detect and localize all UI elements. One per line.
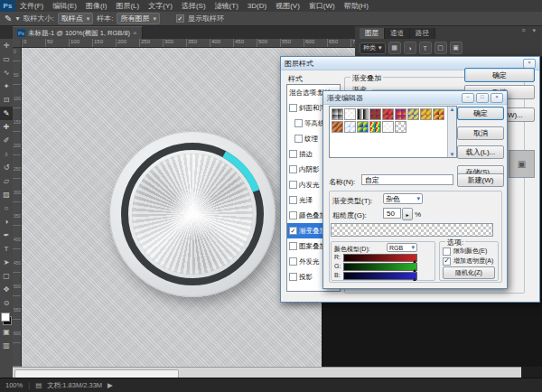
gradient-preset-fg-to-transparent[interactable] — [332, 108, 343, 120]
tool-quick-select-tool[interactable]: ✦ — [0, 79, 13, 93]
load-button[interactable]: 载入(L)... — [457, 145, 504, 159]
smart-object-filter-icon[interactable]: ▣ — [450, 42, 463, 54]
minimize-button[interactable]: – — [462, 93, 474, 103]
tool-crop-tool[interactable]: ⊡ — [0, 93, 13, 107]
gradient-preset-blue-yellow-blue[interactable] — [407, 108, 419, 120]
scroll-up-icon[interactable]: ▲ — [450, 107, 455, 112]
new-gradient-button[interactable]: 新建(W) — [457, 173, 504, 187]
ok-button[interactable]: 确定 — [457, 107, 504, 120]
gradient-preset-green-gold-red-violet[interactable] — [433, 108, 444, 120]
sample-size-dropdown[interactable]: 取样点 ▾ — [58, 13, 94, 24]
menu-item[interactable]: 滤镜(T) — [210, 2, 243, 10]
style-checkbox[interactable] — [289, 196, 297, 204]
close-button[interactable]: × — [523, 59, 536, 69]
screen-mode-button[interactable]: ▥ — [0, 339, 13, 352]
tool-clone-stamp-tool[interactable]: ♁ — [0, 147, 13, 161]
quick-mask-button[interactable]: ▣ — [0, 325, 13, 339]
gradient-preset-red-dark[interactable] — [382, 108, 394, 120]
filter-kind-dropdown[interactable]: 种类 ▾ — [360, 42, 386, 54]
gradient-type-dropdown[interactable]: 杂色 ▾ — [383, 193, 423, 204]
menu-item[interactable]: 图层(L) — [111, 2, 144, 10]
gradient-preset-rainbow-stripes[interactable] — [369, 121, 381, 133]
tool-path-select-tool[interactable]: ➤ — [0, 256, 13, 269]
show-ring-checkbox[interactable]: ✓ — [176, 14, 184, 23]
tool-eraser-tool[interactable]: ▱ — [0, 174, 13, 188]
gradient-preset-blue-red-yellow[interactable] — [395, 108, 406, 120]
document-tab[interactable]: Ps 未标题-1 @ 100%(椭圆 1, RGB/8) × — [13, 26, 143, 39]
gradient-preset-white-to-transparent[interactable] — [382, 121, 394, 133]
menu-item[interactable]: 图像(I) — [81, 2, 112, 10]
style-checkbox[interactable] — [289, 273, 297, 281]
gradient-preset-pastel-blue[interactable] — [344, 121, 356, 133]
style-checkbox[interactable] — [289, 181, 297, 189]
add-transparency-checkbox[interactable]: ✓ — [443, 257, 451, 266]
tool-move-tool[interactable]: ✛ — [0, 39, 13, 52]
cancel-button[interactable]: 取消 — [457, 126, 504, 140]
menu-item[interactable]: 帮助(H) — [340, 2, 373, 10]
style-checkbox[interactable] — [289, 165, 297, 173]
status-arrow-icon[interactable]: ▶ — [107, 381, 113, 389]
tool-gradient-tool[interactable]: ▨ — [0, 188, 13, 201]
tool-lasso-tool[interactable]: ∿ — [0, 66, 13, 79]
tool-type-tool[interactable]: T — [0, 242, 13, 256]
shape-filter-icon[interactable]: ▢ — [435, 42, 447, 54]
type-filter-icon[interactable]: T — [419, 42, 432, 54]
style-checkbox[interactable] — [289, 257, 297, 266]
style-checkbox[interactable] — [294, 119, 303, 127]
restrict-colors-checkbox[interactable] — [443, 247, 451, 256]
horizontal-scrollbar[interactable] — [13, 367, 521, 378]
name-input[interactable]: 自定 — [361, 174, 453, 185]
tool-history-brush-tool[interactable]: ↺ — [0, 161, 13, 174]
tool-hand-tool[interactable]: ✥ — [0, 283, 13, 296]
color-model-dropdown[interactable]: RGB ▾ — [387, 243, 417, 252]
roughness-input[interactable]: 50 — [383, 208, 401, 219]
menu-item[interactable]: 文字(Y) — [144, 2, 177, 10]
roughness-stepper[interactable]: ▸ — [402, 208, 413, 220]
panel-tab-路径[interactable]: 路径 — [410, 28, 435, 39]
foreground-background-swatches[interactable] — [1, 313, 12, 325]
style-checkbox[interactable] — [289, 242, 297, 250]
maximize-button[interactable]: □ — [476, 93, 489, 103]
tool-brush-tool[interactable]: ✐ — [0, 134, 13, 147]
style-checkbox[interactable]: ✓ — [289, 227, 297, 235]
close-tab-icon[interactable]: × — [133, 29, 137, 37]
tool-pen-tool[interactable]: ✒ — [0, 229, 13, 242]
gradient-preset-black-to-white[interactable] — [357, 108, 369, 120]
menu-item[interactable]: 3D(D) — [243, 2, 271, 10]
menu-item[interactable]: 窗口(W) — [304, 2, 340, 10]
menu-item[interactable]: 选择(S) — [177, 2, 210, 10]
scroll-down-icon[interactable]: ▼ — [450, 152, 455, 157]
tool-dodge-tool[interactable]: ◑ — [0, 215, 13, 229]
channel-gradient-bar[interactable] — [343, 272, 417, 280]
gradient-preset-transparent-to-white[interactable] — [344, 108, 356, 120]
gradient-preset-violet-red-green[interactable] — [369, 108, 381, 120]
menu-item[interactable]: 编辑(E) — [48, 2, 81, 10]
gradient-preset-transparent[interactable] — [395, 121, 406, 133]
tool-marquee-tool[interactable]: ▭ — [0, 52, 13, 66]
gradient-preset-gold[interactable] — [420, 108, 432, 120]
ok-button[interactable]: 确定 — [464, 68, 535, 82]
tool-zoom-tool[interactable]: ⊙ — [0, 296, 13, 310]
tool-blur-tool[interactable]: ○ — [0, 201, 13, 215]
randomize-button[interactable]: 随机化(Z) — [443, 266, 495, 279]
gradient-preset-copper[interactable] — [332, 121, 343, 133]
panel-tab-通道[interactable]: 通道 — [385, 28, 410, 39]
pixel-filter-icon[interactable]: ▦ — [388, 42, 401, 54]
tool-healing-brush-tool[interactable]: ✚ — [0, 120, 13, 134]
menu-item[interactable]: 视图(V) — [271, 2, 304, 10]
gradient-preset-spectrum[interactable] — [357, 121, 369, 133]
style-checkbox[interactable] — [289, 150, 297, 158]
style-checkbox[interactable] — [289, 211, 297, 219]
style-checkbox[interactable] — [289, 104, 297, 112]
foreground-color-swatch[interactable] — [1, 313, 10, 322]
sample-dropdown[interactable]: 所有图层 ▾ — [117, 13, 160, 24]
adjustment-filter-icon[interactable]: ◑ — [404, 42, 416, 54]
style-checkbox[interactable] — [294, 135, 303, 143]
channel-gradient-bar[interactable] — [343, 263, 417, 271]
tool-eyedropper-tool[interactable]: ✎ — [0, 107, 13, 120]
panel-menu-icon[interactable]: ≡ ▾ — [521, 27, 538, 34]
menu-item[interactable]: 文件(F) — [15, 2, 48, 10]
channel-gradient-bar[interactable] — [343, 254, 417, 262]
panel-tab-图层[interactable]: 图层 — [360, 28, 385, 39]
tool-shape-tool[interactable]: ▢ — [0, 269, 13, 283]
